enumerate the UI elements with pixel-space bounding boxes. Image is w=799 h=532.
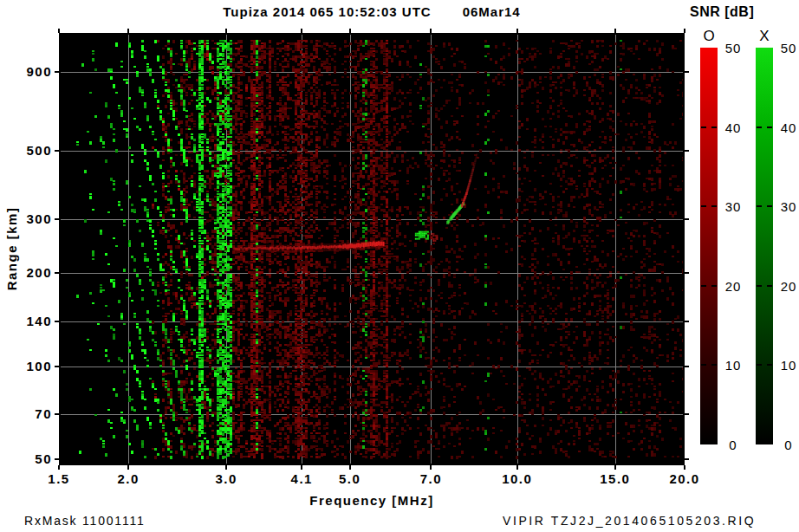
x-tick-label: 3.0 [207,471,245,487]
title-row: Tupiza 2014 065 10:52:03 UTC 06Mar14 [59,4,685,20]
o-mode-label: O [700,28,718,45]
ionogram-figure: Tupiza 2014 065 10:52:03 UTC 06Mar14 Ran… [0,0,799,532]
colorbar-tick-dash [757,127,772,128]
x-mode-colorbar [756,48,773,444]
y-tick-mark [685,413,689,415]
x-tick-label: 20.0 [666,471,704,487]
x-tick-mark [430,29,432,33]
x-tick-mark [127,29,129,33]
x-tick-mark [684,465,685,470]
y-tick-label: 50 [0,451,52,467]
y-tick-mark [55,413,59,415]
x-tick-mark [301,29,302,33]
x-tick-label: 7.0 [412,471,450,487]
x-tick-mark [614,465,616,470]
colorbar-tick-dash [701,364,717,366]
y-tick-mark [685,272,689,274]
rxmask-text: RxMask 11001111 [24,514,146,528]
ionogram-canvas [59,33,685,465]
colorbar-tick-label: 50 [722,41,744,55]
colorbar-tick-dash [757,364,772,366]
colorbar-tick-label: 10 [722,358,744,372]
colorbar-title: SNR [dB] [690,4,754,20]
y-tick-label: 100 [0,359,52,374]
x-tick-mark [127,465,129,470]
colorbar-tick-label: 40 [777,120,799,134]
y-tick-label: 70 [0,406,52,422]
y-tick-label: 140 [0,314,52,329]
colorbar-tick-label: 20 [777,279,799,293]
x-tick-mark [225,29,227,33]
y-tick-label: 200 [0,265,52,281]
y-tick-mark [685,321,689,322]
x-tick-label: 2.0 [109,471,147,487]
o-mode-colorbar [700,48,718,444]
colorbar-tick-label: 50 [777,41,799,55]
y-tick-mark [685,366,689,367]
y-tick-mark [55,71,59,73]
x-tick-mark [430,465,432,470]
x-tick-mark [301,465,302,470]
x-tick-mark [614,29,616,33]
y-tick-mark [685,150,689,152]
y-tick-label: 300 [0,211,52,227]
colorbar-tick-label: 10 [777,358,799,372]
x-tick-label: 15.0 [596,471,634,487]
colorbar-tick-label: 0 [777,438,799,451]
y-tick-label: 900 [0,64,52,80]
colorbar-tick-label: 30 [722,199,744,213]
x-mode-label: X [756,28,773,45]
x-tick-mark [349,465,351,470]
colorbar-tick-label: 40 [722,120,744,134]
plot-title: Tupiza 2014 065 10:52:03 UTC [223,4,431,20]
y-tick-mark [685,218,689,220]
colorbar-tick-dash [701,205,717,207]
x-tick-mark [516,465,518,470]
x-tick-mark [349,29,351,33]
y-tick-mark [55,321,59,322]
x-tick-mark [684,29,685,33]
y-tick-mark [55,150,59,152]
y-tick-mark [55,218,59,220]
x-tick-label: 1.5 [40,471,78,487]
colorbar-tick-dash [757,205,772,207]
x-tick-label: 4.1 [283,471,321,487]
x-axis-label: Frequency [MHz] [59,493,685,508]
x-tick-label: 10.0 [498,471,536,487]
x-tick-mark [58,29,60,33]
x-tick-label: 5.0 [331,471,369,487]
y-tick-mark [55,272,59,274]
y-tick-mark [55,458,59,460]
colorbar-tick-dash [701,285,717,287]
x-tick-mark [225,465,227,470]
colorbar-tick-dash [701,127,717,128]
colorbar-tick-label: 0 [722,438,744,451]
y-tick-mark [685,458,689,460]
colorbar-tick-label: 30 [777,199,799,213]
y-tick-label: 500 [0,143,52,159]
x-tick-mark [516,29,518,33]
plot-date: 06Mar14 [463,4,521,20]
x-tick-mark [58,465,60,470]
filename-text: VIPIR TZJ2J_2014065105203.RIQ [503,514,756,528]
colorbar-tick-label: 20 [722,279,744,293]
y-tick-mark [685,71,689,73]
colorbar-tick-dash [757,285,772,287]
y-tick-mark [55,366,59,367]
